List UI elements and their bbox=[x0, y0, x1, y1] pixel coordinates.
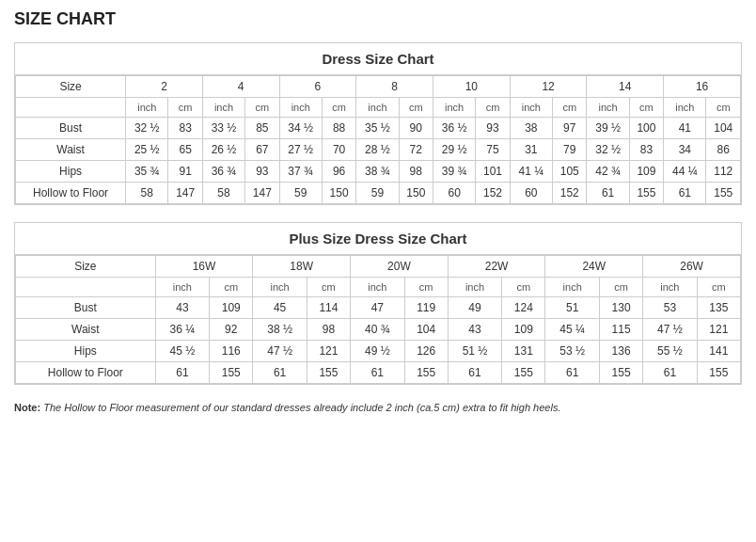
page-title: SIZE CHART bbox=[14, 9, 742, 29]
data-cell: 155 bbox=[307, 362, 350, 384]
unit-cell: cm bbox=[697, 278, 740, 297]
data-cell: 49 ½ bbox=[351, 341, 405, 362]
data-cell: 36 ½ bbox=[433, 118, 475, 139]
data-cell: 91 bbox=[168, 161, 202, 183]
data-cell: 119 bbox=[404, 297, 448, 319]
data-cell: 100 bbox=[629, 118, 663, 139]
data-cell: 61 bbox=[253, 362, 307, 384]
data-cell: 28 ½ bbox=[356, 139, 399, 161]
data-cell: 155 bbox=[404, 362, 448, 384]
data-cell: 92 bbox=[210, 319, 253, 341]
unit-cell: cm bbox=[404, 278, 448, 297]
unit-cell: inch bbox=[643, 278, 698, 297]
data-cell: 38 bbox=[510, 118, 552, 139]
unit-cell: cm bbox=[210, 278, 253, 297]
data-cell: 38 ½ bbox=[253, 319, 307, 341]
data-cell: 88 bbox=[322, 118, 355, 139]
data-cell: 61 bbox=[155, 362, 210, 384]
data-cell: 96 bbox=[322, 161, 355, 183]
data-cell: 58 bbox=[126, 183, 168, 204]
dress-size-chart: Dress Size Chart Size246810121416inchcmi… bbox=[14, 42, 742, 205]
data-cell: 51 bbox=[545, 297, 600, 319]
data-cell: 121 bbox=[307, 341, 350, 362]
size-column-header: 12 bbox=[510, 76, 587, 98]
size-column-header: 8 bbox=[356, 76, 433, 98]
data-cell: 61 bbox=[351, 362, 405, 384]
note-text: The Hollow to Floor measurement of our s… bbox=[43, 402, 560, 413]
data-cell: 35 ½ bbox=[356, 118, 399, 139]
data-cell: 44 ¼ bbox=[664, 161, 706, 183]
unit-cell: cm bbox=[322, 98, 355, 118]
data-cell: 72 bbox=[399, 139, 433, 161]
data-cell: 155 bbox=[629, 183, 663, 204]
unit-cell: inch bbox=[433, 98, 475, 118]
data-cell: 34 bbox=[664, 139, 706, 161]
data-cell: 43 bbox=[155, 297, 210, 319]
data-cell: 105 bbox=[553, 161, 587, 183]
unit-cell: cm bbox=[502, 278, 545, 297]
data-cell: 83 bbox=[168, 118, 202, 139]
unit-cell: inch bbox=[448, 278, 502, 297]
plus-chart-title: Plus Size Dress Size Chart bbox=[15, 223, 741, 255]
data-cell: 136 bbox=[599, 341, 642, 362]
data-cell: 130 bbox=[599, 297, 642, 319]
data-cell: 147 bbox=[168, 183, 202, 204]
plus-size-chart: Plus Size Dress Size Chart Size16W18W20W… bbox=[14, 222, 742, 385]
unit-cell: cm bbox=[168, 98, 202, 118]
data-cell: 47 ½ bbox=[253, 341, 307, 362]
row-label: Bust bbox=[16, 118, 126, 139]
unit-cell: cm bbox=[245, 98, 279, 118]
data-cell: 32 ½ bbox=[126, 118, 168, 139]
data-cell: 83 bbox=[629, 139, 663, 161]
data-cell: 26 ½ bbox=[202, 139, 244, 161]
row-label: Hollow to Floor bbox=[16, 183, 126, 204]
size-column-header: 14 bbox=[587, 76, 664, 98]
row-label: Waist bbox=[16, 139, 126, 161]
note: Note: The Hollow to Floor measurement of… bbox=[14, 402, 742, 413]
data-cell: 104 bbox=[706, 118, 741, 139]
data-cell: 131 bbox=[502, 341, 545, 362]
data-cell: 70 bbox=[322, 139, 355, 161]
data-cell: 135 bbox=[697, 297, 740, 319]
data-cell: 112 bbox=[706, 161, 741, 183]
data-cell: 109 bbox=[210, 297, 253, 319]
size-column-header: 20W bbox=[351, 256, 449, 278]
row-label: Hips bbox=[16, 341, 156, 362]
data-cell: 41 ¼ bbox=[510, 161, 552, 183]
data-cell: 61 bbox=[587, 183, 629, 204]
size-column-header: 10 bbox=[433, 76, 510, 98]
data-cell: 55 ½ bbox=[643, 341, 698, 362]
unit-cell: cm bbox=[476, 98, 510, 118]
data-cell: 93 bbox=[245, 161, 279, 183]
data-cell: 155 bbox=[697, 362, 740, 384]
data-cell: 109 bbox=[629, 161, 663, 183]
data-cell: 25 ½ bbox=[126, 139, 168, 161]
data-cell: 67 bbox=[245, 139, 279, 161]
plus-table: Size16W18W20W22W24W26Winchcminchcminchcm… bbox=[15, 255, 741, 384]
unit-cell: inch bbox=[253, 278, 307, 297]
unit-cell: cm bbox=[307, 278, 350, 297]
row-label: Bust bbox=[16, 297, 156, 319]
row-label: Hollow to Floor bbox=[16, 362, 156, 384]
data-cell: 93 bbox=[476, 118, 510, 139]
unit-cell: cm bbox=[553, 98, 587, 118]
unit-cell: inch bbox=[202, 98, 244, 118]
data-cell: 53 bbox=[643, 297, 698, 319]
data-cell: 98 bbox=[399, 161, 433, 183]
data-cell: 104 bbox=[404, 319, 448, 341]
data-cell: 53 ½ bbox=[545, 341, 600, 362]
size-header-label: Size bbox=[16, 256, 156, 278]
data-cell: 49 bbox=[448, 297, 502, 319]
unit-cell: inch bbox=[587, 98, 629, 118]
size-header-label: Size bbox=[16, 76, 126, 98]
data-cell: 61 bbox=[545, 362, 600, 384]
data-cell: 35 ¾ bbox=[126, 161, 168, 183]
data-cell: 47 bbox=[351, 297, 405, 319]
data-cell: 29 ½ bbox=[433, 139, 475, 161]
data-cell: 58 bbox=[202, 183, 244, 204]
unit-cell: inch bbox=[545, 278, 600, 297]
data-cell: 45 ¼ bbox=[545, 319, 600, 341]
data-cell: 101 bbox=[476, 161, 510, 183]
data-cell: 60 bbox=[433, 183, 475, 204]
data-cell: 155 bbox=[210, 362, 253, 384]
